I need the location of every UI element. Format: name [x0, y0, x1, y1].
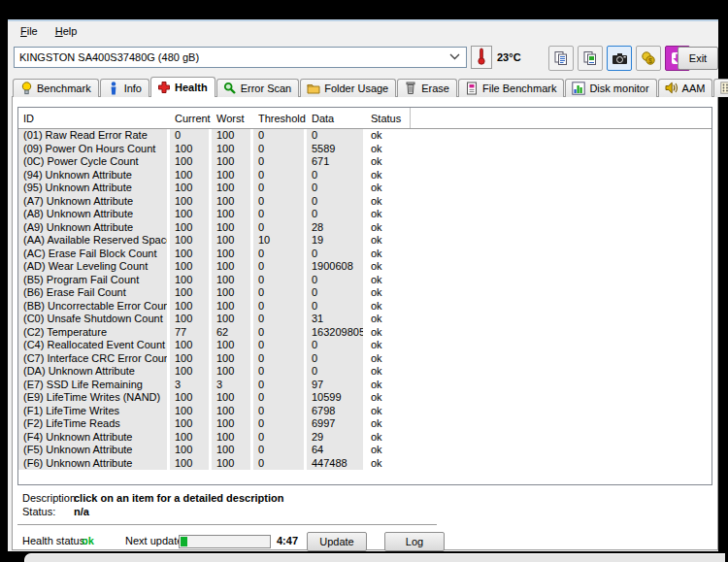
- log-button[interactable]: Log: [384, 532, 445, 551]
- table-row[interactable]: (F1) LifeTime Writes10010006798ok: [18, 405, 711, 418]
- tab-error-scan[interactable]: Error Scan: [216, 79, 300, 97]
- table-row[interactable]: (A7) Unknown Attribute10010000ok: [18, 195, 711, 209]
- tab-folder-usage[interactable]: Folder Usage: [300, 79, 396, 97]
- cell-threshold: 0: [253, 417, 307, 431]
- tab-label: Info: [124, 83, 142, 94]
- column-header-data[interactable]: Data: [307, 113, 366, 124]
- table-row[interactable]: (B5) Program Fail Count10010000ok: [18, 274, 711, 287]
- cell-threshold: 0: [253, 444, 307, 457]
- cell-threshold: 0: [253, 352, 307, 366]
- tab-benchmark[interactable]: Benchmark: [13, 79, 99, 97]
- cell-threshold: 0: [253, 182, 307, 195]
- table-row[interactable]: (BB) Uncorrectable Error Count10010000ok: [18, 300, 711, 314]
- table-row[interactable]: (E9) LifeTime Writes (NAND)100100010599o…: [18, 391, 711, 405]
- cell-worst: 100: [212, 155, 253, 169]
- table-row[interactable]: (F5) Unknown Attribute100100064ok: [18, 444, 711, 457]
- cell-current: 100: [170, 352, 212, 366]
- drive-selector[interactable]: KINGSTON SA400S37480G (480 gB): [14, 47, 467, 68]
- column-header-threshold[interactable]: Threshold: [253, 113, 307, 124]
- cell-filler: [411, 248, 711, 261]
- tab-label: Disk monitor: [589, 83, 648, 94]
- column-header-current[interactable]: Current: [170, 113, 212, 124]
- table-row[interactable]: (C4) Reallocated Event Count10010000ok: [18, 339, 711, 352]
- cell-worst: 100: [212, 405, 253, 418]
- copy-text-button[interactable]: [548, 46, 574, 71]
- cell-data: 28: [307, 221, 366, 235]
- cell-id: (E9) LifeTime Writes (NAND): [18, 391, 170, 405]
- table-row[interactable]: (01) Raw Read Error Rate010000ok: [18, 129, 711, 143]
- tab-disk-monitor[interactable]: Disk monitor: [565, 79, 656, 97]
- cell-current: 100: [170, 274, 212, 287]
- cell-current: 100: [170, 208, 212, 221]
- table-row[interactable]: (09) Power On Hours Count10010005589ok: [18, 143, 711, 156]
- copy-image-button[interactable]: [578, 46, 603, 71]
- cell-threshold: 0: [253, 248, 307, 261]
- table-row[interactable]: (AD) Wear Leveling Count10010001900608ok: [18, 260, 711, 274]
- cell-status: ok: [366, 313, 411, 326]
- table-row[interactable]: (C2) Temperature77620163209805...ok: [18, 326, 711, 340]
- cell-id: (C0) Unsafe Shutdown Count: [18, 313, 170, 326]
- table-row[interactable]: (95) Unknown Attribute10010000ok: [18, 182, 711, 195]
- table-row[interactable]: (F6) Unknown Attribute1001000447488ok: [18, 457, 711, 471]
- cell-current: 100: [170, 417, 212, 431]
- cell-current: 100: [170, 300, 212, 314]
- cell-filler: [411, 274, 711, 287]
- copy-text-icon: [553, 50, 569, 66]
- table-row[interactable]: (F4) Unknown Attribute100100029ok: [18, 431, 711, 445]
- table-row[interactable]: (C7) Interface CRC Error Count10010000ok: [18, 352, 711, 366]
- table-row[interactable]: (DA) Unknown Attribute10010000ok: [18, 365, 711, 379]
- table-row[interactable]: (B6) Erase Fail Count10010000ok: [18, 286, 711, 300]
- screenshot-button[interactable]: [607, 46, 632, 71]
- tab-aam[interactable]: AAM: [658, 79, 713, 97]
- cell-data: 64: [307, 444, 366, 457]
- cell-id: (95) Unknown Attribute: [18, 182, 170, 195]
- table-rows: (01) Raw Read Error Rate010000ok(09) Pow…: [18, 129, 711, 470]
- cell-data: 29: [307, 431, 366, 445]
- erase-trash-icon: [404, 82, 417, 95]
- cell-id: (B6) Erase Fail Count: [18, 286, 170, 300]
- table-row[interactable]: (A9) Unknown Attribute100100028ok: [18, 221, 711, 235]
- tab-health[interactable]: Health: [150, 77, 215, 97]
- column-header-status[interactable]: Status: [366, 108, 411, 128]
- column-header-id[interactable]: ID: [18, 113, 170, 124]
- cell-current: 100: [170, 234, 212, 248]
- table-row[interactable]: (AA) Available Reserved Space1001001019o…: [18, 234, 711, 248]
- menu-item-help[interactable]: Help: [47, 23, 86, 39]
- cell-data: 0: [307, 300, 366, 314]
- cell-current: 100: [170, 143, 212, 156]
- table-row[interactable]: (E7) SSD Life Remaining33097ok: [18, 379, 711, 392]
- cell-worst: 100: [212, 221, 253, 235]
- chevron-down-icon[interactable]: [449, 52, 460, 62]
- tab-file-benchmark[interactable]: File Benchmark: [458, 79, 564, 97]
- temperature-button[interactable]: [471, 46, 492, 69]
- cell-filler: [411, 352, 711, 366]
- cell-data: 163209805...: [307, 326, 366, 340]
- tab-erase[interactable]: Erase: [397, 79, 457, 97]
- tab-label: Folder Usage: [324, 83, 388, 94]
- tab-info[interactable]: Info: [100, 79, 149, 97]
- cell-worst: 100: [212, 248, 253, 261]
- footer-row: Health status: ok Next update: 4:47 Upda…: [13, 533, 717, 554]
- aam-speaker-icon: [665, 82, 678, 95]
- table-row[interactable]: (F2) LifeTime Reads10010006997ok: [18, 417, 711, 431]
- cell-data: 0: [307, 339, 366, 352]
- table-row[interactable]: (A8) Unknown Attribute10010000ok: [18, 208, 711, 221]
- table-row[interactable]: (94) Unknown Attribute10010000ok: [18, 169, 711, 182]
- cell-data: 0: [307, 274, 366, 287]
- cell-threshold: 0: [253, 260, 307, 274]
- table-row[interactable]: (C0) Unsafe Shutdown Count100100031ok: [18, 313, 711, 326]
- temperature-value: 23°C: [497, 51, 521, 63]
- column-header-worst[interactable]: Worst: [212, 113, 253, 124]
- update-button[interactable]: Update: [307, 532, 367, 551]
- exit-button[interactable]: Exit: [678, 47, 718, 70]
- menu-item-file[interactable]: File: [12, 23, 47, 39]
- cell-status: ok: [366, 444, 411, 457]
- camera-icon: [612, 52, 628, 65]
- cell-worst: 100: [212, 352, 253, 366]
- table-row[interactable]: (AC) Erase Fail Block Count10010000ok: [18, 248, 711, 261]
- donate-button[interactable]: $: [636, 46, 661, 71]
- cell-data: 0: [307, 195, 366, 209]
- tab-random-access[interactable]: Random Access: [713, 79, 728, 97]
- cell-filler: [411, 300, 711, 314]
- table-row[interactable]: (0C) Power Cycle Count1001000671ok: [18, 155, 711, 169]
